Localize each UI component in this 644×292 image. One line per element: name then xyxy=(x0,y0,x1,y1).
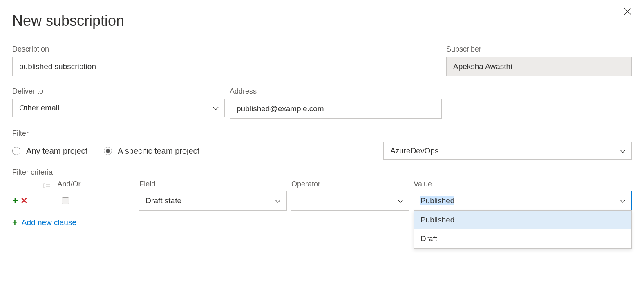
add-clause-label: Add new clause xyxy=(22,218,76,227)
plus-icon: + xyxy=(12,218,18,227)
filter-label: Filter xyxy=(12,129,632,138)
deliver-to-select[interactable]: Other email xyxy=(12,99,225,117)
header-operator: Operator xyxy=(291,180,409,189)
deliver-to-label: Deliver to xyxy=(12,87,225,96)
chevron-down-icon xyxy=(213,103,219,112)
operator-value: = xyxy=(298,196,302,205)
chevron-down-icon xyxy=(620,196,626,205)
value-dropdown: Published Draft xyxy=(414,210,632,249)
radio-icon-selected xyxy=(104,147,112,155)
radio-specific-label: A specific team project xyxy=(118,146,199,156)
radio-any-project[interactable]: Any team project xyxy=(12,146,87,156)
filter-criteria-label: Filter criteria xyxy=(12,168,632,177)
add-row-icon[interactable]: + xyxy=(12,196,18,206)
description-label: Description xyxy=(12,45,441,54)
page-title: New subscription xyxy=(12,12,632,29)
operator-select[interactable]: = xyxy=(291,191,409,211)
andor-checkbox[interactable] xyxy=(62,197,69,204)
header-field: Field xyxy=(139,180,287,189)
dropdown-option-draft[interactable]: Draft xyxy=(414,229,631,248)
radio-any-label: Any team project xyxy=(26,146,87,156)
address-input[interactable] xyxy=(230,99,442,119)
dropdown-option-published[interactable]: Published xyxy=(414,211,631,229)
deliver-to-value: Other email xyxy=(19,103,59,112)
chevron-down-icon xyxy=(275,196,281,205)
project-select[interactable]: AzureDevOps xyxy=(383,142,632,160)
close-button[interactable] xyxy=(624,7,632,16)
header-value: Value xyxy=(414,180,632,189)
close-icon xyxy=(624,8,631,15)
chevron-down-icon xyxy=(398,196,403,205)
field-select[interactable]: Draft state xyxy=(139,191,286,211)
value-select[interactable]: Published Published Draft xyxy=(414,191,632,211)
radio-icon xyxy=(12,147,20,155)
subscriber-label: Subscriber xyxy=(446,45,632,54)
description-input[interactable] xyxy=(12,57,441,76)
project-value: AzureDevOps xyxy=(390,146,438,155)
chevron-down-icon xyxy=(620,146,626,155)
value-selected: Published xyxy=(420,196,454,205)
delete-row-icon[interactable]: ✕ xyxy=(20,196,28,205)
subscriber-field: Apeksha Awasthi xyxy=(446,57,632,76)
field-value: Draft state xyxy=(145,196,181,205)
radio-specific-project[interactable]: A specific team project xyxy=(104,146,199,156)
header-andor: And/Or xyxy=(57,180,80,189)
address-label: Address xyxy=(230,87,442,96)
group-icon xyxy=(43,183,51,189)
